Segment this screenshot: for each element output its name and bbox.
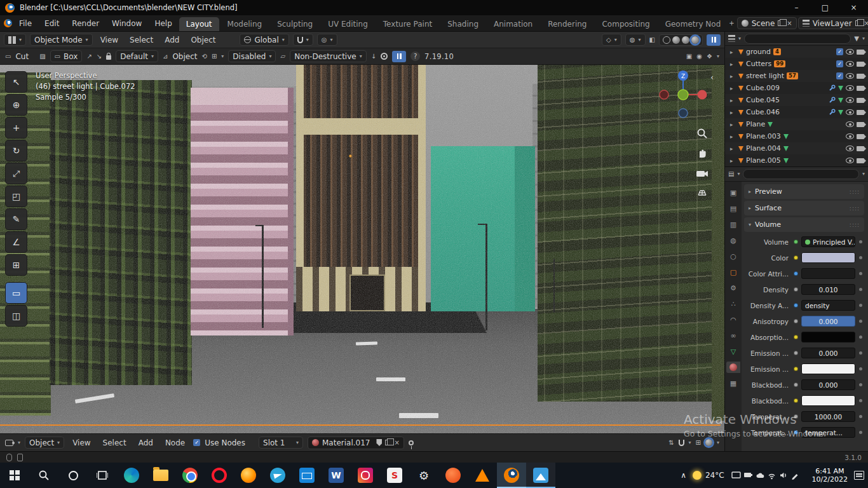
rotate-snap-icon[interactable]: ⟲ [202, 53, 207, 60]
animate-dot[interactable] [859, 256, 862, 259]
item-name[interactable]: street light [746, 72, 784, 80]
render-camera-icon[interactable] [857, 74, 864, 79]
start-button[interactable] [0, 463, 29, 488]
menu-object[interactable]: Object [187, 36, 219, 44]
tab-material[interactable] [726, 362, 740, 373]
section-surface[interactable]: ▸ Surface :::: [744, 201, 864, 215]
tab-shading[interactable]: Shading [440, 17, 485, 31]
menu-edit[interactable]: Edit [39, 15, 65, 32]
navigation-gizmo[interactable]: Z [656, 67, 710, 122]
hide-eye-icon[interactable] [846, 85, 854, 91]
hide-eye-icon[interactable] [846, 97, 854, 103]
section-volume[interactable]: ▾ Volume :::: [744, 217, 864, 232]
tab-data[interactable]: ▽ [726, 346, 740, 357]
tab-physics[interactable]: ◠ [726, 314, 740, 325]
animate-dot[interactable] [859, 288, 862, 291]
color-swatch[interactable] [801, 252, 855, 263]
taskbar-app-photos[interactable] [526, 463, 555, 488]
outliner-row-cutters[interactable]: ▸ Cutters 99 ✓ [725, 58, 868, 70]
tool-transform[interactable]: ◰ [5, 186, 27, 207]
shading-wireframe-button[interactable] [663, 36, 670, 44]
taskbar-app-edge[interactable] [117, 463, 146, 488]
animate-dot[interactable] [859, 304, 862, 307]
animate-dot[interactable] [859, 431, 862, 434]
overlays-dropdown[interactable]: ◍ ▾ [625, 34, 646, 46]
tab-particles[interactable]: ∴ [726, 298, 740, 309]
action-center-icon[interactable] [854, 471, 864, 480]
outliner-search-input[interactable] [744, 34, 851, 44]
render-camera-icon[interactable] [857, 134, 864, 139]
shading-rendered-button[interactable] [691, 36, 699, 44]
menu-select[interactable]: Select [99, 438, 130, 447]
use-nodes-checkbox[interactable]: ✓ [193, 439, 200, 446]
tray-icons[interactable] [731, 470, 806, 481]
animate-dot[interactable] [859, 383, 862, 386]
selectability-icon[interactable]: ▣ [686, 53, 692, 60]
expand-icon[interactable]: ▸ [730, 109, 736, 116]
expand-icon[interactable]: ▸ [730, 97, 736, 104]
menu-select[interactable]: Select [126, 36, 157, 44]
outliner-row-plane003[interactable]: ▸ Plane.003 [725, 130, 868, 142]
emission-color-swatch[interactable] [801, 363, 855, 374]
render-camera-icon[interactable] [857, 98, 864, 103]
animate-dot[interactable] [859, 367, 862, 370]
menu-render[interactable]: Render [66, 15, 105, 32]
taskbar-app-blender[interactable] [497, 463, 526, 488]
perspective-grid-icon[interactable] [694, 184, 710, 201]
collapse-panel-arrow[interactable]: ‹ [710, 72, 714, 82]
item-name[interactable]: Cutters [746, 60, 771, 68]
outliner-row-cube045[interactable]: ▸ Cube.045 [725, 94, 868, 106]
taskbar-app-firefox[interactable] [234, 463, 263, 488]
properties-editor-icon[interactable]: ▤ [728, 171, 734, 177]
tool-add-cube[interactable]: ⊞ [5, 254, 27, 276]
material-name-field[interactable]: Material.017 × [308, 437, 404, 449]
render-camera-icon[interactable] [857, 158, 864, 163]
shader-editor-icon[interactable] [5, 440, 13, 446]
menu-help[interactable]: Help [149, 15, 177, 32]
item-name[interactable]: ground [746, 48, 771, 56]
tool-cut-active[interactable]: ▭ [5, 282, 27, 304]
taskbar-app-browser[interactable] [438, 463, 468, 488]
expand-icon[interactable]: ▸ [730, 158, 736, 164]
scene-selector[interactable]: Scene × [737, 17, 797, 29]
tool-measure[interactable]: ∠ [5, 231, 27, 253]
lock-icon[interactable] [106, 55, 111, 60]
hide-eye-icon[interactable] [846, 61, 854, 67]
expand-icon[interactable]: ▸ [730, 85, 736, 92]
render-camera-icon[interactable] [857, 110, 864, 115]
tray-chevron-up[interactable]: ∧ [681, 471, 686, 480]
new-material-icon[interactable] [385, 440, 391, 445]
instancing-icon[interactable]: ❖ [707, 53, 712, 60]
viewlayer-selector[interactable]: ViewLayer × [798, 17, 868, 29]
tab-constraints[interactable]: ∞ [726, 330, 740, 341]
properties-search-input[interactable] [743, 169, 859, 179]
magnet-icon[interactable] [679, 440, 684, 446]
orientation-icon[interactable]: ⊿ [163, 53, 168, 60]
hide-eye-icon[interactable] [846, 73, 854, 79]
pause-render-button[interactable] [707, 34, 721, 46]
expand-icon[interactable]: ▸ [730, 49, 736, 55]
overlay-node-icon[interactable]: ⊞ [696, 440, 701, 446]
render-camera-icon[interactable] [857, 86, 864, 91]
anisotropy-value[interactable]: 0.000 [801, 316, 855, 327]
color-attribute-field[interactable] [801, 268, 855, 279]
taskbar-app-mail[interactable] [292, 463, 322, 488]
expand-icon[interactable]: ▸ [730, 146, 736, 152]
tool-rotate[interactable]: ↻ [5, 140, 27, 161]
item-name[interactable]: Cube.046 [746, 108, 780, 116]
outliner-row-cube009[interactable]: ▸ Cube.009 [725, 82, 868, 94]
taskbar-app-s[interactable]: S [380, 463, 409, 488]
preview-sphere-icon[interactable] [705, 439, 712, 446]
outliner-editor-icon[interactable] [728, 35, 735, 42]
taskbar-app-telegram[interactable] [263, 463, 292, 488]
tab-geometry-nodes[interactable]: Geometry Nod [658, 17, 728, 31]
fake-user-icon[interactable] [376, 439, 382, 446]
item-name[interactable]: Cube.045 [746, 96, 780, 104]
item-name[interactable]: Plane.005 [746, 156, 781, 165]
xray-toggle-icon[interactable]: ◧ [649, 37, 655, 43]
outliner-row-plane004[interactable]: ▸ Plane.004 [725, 142, 868, 154]
tab-animation[interactable]: Animation [487, 17, 539, 31]
emission-strength-value[interactable]: 0.000 [801, 348, 855, 358]
menu-node[interactable]: Node [161, 438, 189, 447]
gizmos-dropdown[interactable]: ◇ ▾ [602, 34, 621, 46]
